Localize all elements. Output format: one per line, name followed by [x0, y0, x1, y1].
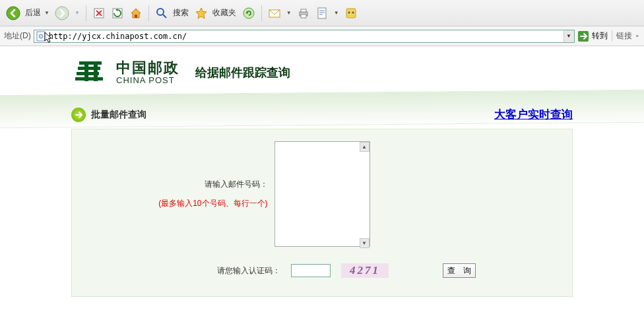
toolbar-separator — [261, 5, 262, 21]
scroll-up-icon[interactable]: ▲ — [360, 142, 370, 152]
address-dropdown-icon[interactable]: ▼ — [564, 30, 574, 42]
logo-cn: 中国邮政 — [116, 60, 179, 76]
links-expand-icon[interactable]: » — [635, 33, 640, 39]
favorites-label: 收藏夹 — [212, 7, 236, 18]
edit-dropdown-icon[interactable]: ▼ — [332, 10, 341, 16]
go-button[interactable]: 转到 — [577, 30, 608, 42]
scroll-down-icon[interactable]: ▼ — [360, 238, 370, 248]
tracking-number-hint: (最多输入10个号码、每行一个) — [158, 198, 267, 209]
query-button[interactable]: 查 询 — [443, 263, 476, 278]
history-button[interactable] — [240, 5, 257, 22]
svg-point-16 — [39, 34, 43, 38]
svg-point-5 — [157, 9, 164, 15]
print-button[interactable] — [295, 5, 312, 22]
svg-rect-18 — [79, 61, 102, 65]
svg-rect-9 — [301, 9, 306, 12]
logo-text: 中国邮政 CHINA POST — [116, 60, 179, 85]
back-label: 后退 — [25, 7, 41, 18]
mail-button[interactable] — [266, 5, 283, 22]
forward-button[interactable] — [53, 5, 71, 22]
back-button[interactable] — [4, 5, 22, 22]
go-label: 转到 — [592, 30, 608, 42]
section-heading: 批量邮件查询 大客户实时查询 — [71, 107, 573, 122]
captcha-image: 4271 — [341, 263, 389, 278]
svg-rect-12 — [346, 9, 356, 18]
captcha-input[interactable] — [291, 264, 331, 277]
home-button[interactable] — [127, 5, 145, 22]
toolbar-separator — [148, 5, 149, 21]
logo-en: CHINA POST — [116, 76, 179, 85]
edit-button[interactable] — [313, 5, 331, 22]
messenger-button[interactable] — [342, 5, 360, 22]
back-dropdown-icon[interactable]: ▼ — [42, 10, 51, 16]
links-label[interactable]: 链接 — [612, 30, 632, 42]
tracking-number-input[interactable] — [274, 141, 370, 247]
search-label: 搜索 — [173, 7, 189, 18]
address-bar: 地址(D) ▼ 转到 链接 » — [0, 26, 644, 46]
chinapost-logo-icon — [75, 59, 108, 86]
search-button[interactable] — [153, 5, 170, 22]
svg-point-0 — [7, 7, 20, 20]
svg-rect-4 — [135, 15, 137, 18]
svg-rect-11 — [318, 8, 326, 18]
address-input[interactable] — [48, 32, 564, 41]
header-logo-row: 中国邮政 CHINA POST 给据邮件跟踪查询 — [71, 53, 573, 92]
captcha-label: 请您输入认证码： — [168, 265, 280, 277]
vip-realtime-link[interactable]: 大客户实时查询 — [494, 107, 573, 122]
refresh-button[interactable] — [109, 5, 126, 22]
stop-button[interactable] — [90, 5, 108, 22]
svg-rect-10 — [301, 15, 306, 18]
page-tagline: 给据邮件跟踪查询 — [195, 65, 290, 81]
svg-point-1 — [55, 7, 69, 20]
svg-point-13 — [348, 11, 350, 13]
toolbar-separator — [86, 5, 86, 21]
svg-point-14 — [352, 11, 354, 13]
forward-dropdown-icon[interactable]: ▼ — [73, 10, 82, 16]
page-icon — [36, 31, 46, 42]
arrow-circle-icon — [71, 108, 86, 122]
tracking-number-label: 请输入邮件号码： — [205, 179, 268, 190]
browser-toolbar: 后退 ▼ ▼ 搜索 收藏夹 ▼ ▼ — [0, 0, 644, 26]
favorites-button[interactable] — [193, 5, 210, 22]
mail-dropdown-icon[interactable]: ▼ — [284, 10, 294, 16]
page-content: 中国邮政 CHINA POST 给据邮件跟踪查询 批量邮件查询 大客户实时查询 … — [0, 46, 644, 297]
svg-rect-23 — [75, 77, 103, 81]
batch-query-title: 批量邮件查询 — [91, 109, 146, 121]
address-label: 地址(D) — [4, 30, 31, 42]
query-form-panel: 请输入邮件号码： (最多输入10个号码、每行一个) ▲ ▼ 请您输入认证码： 4… — [71, 129, 573, 297]
address-input-wrap: ▼ — [34, 30, 575, 43]
